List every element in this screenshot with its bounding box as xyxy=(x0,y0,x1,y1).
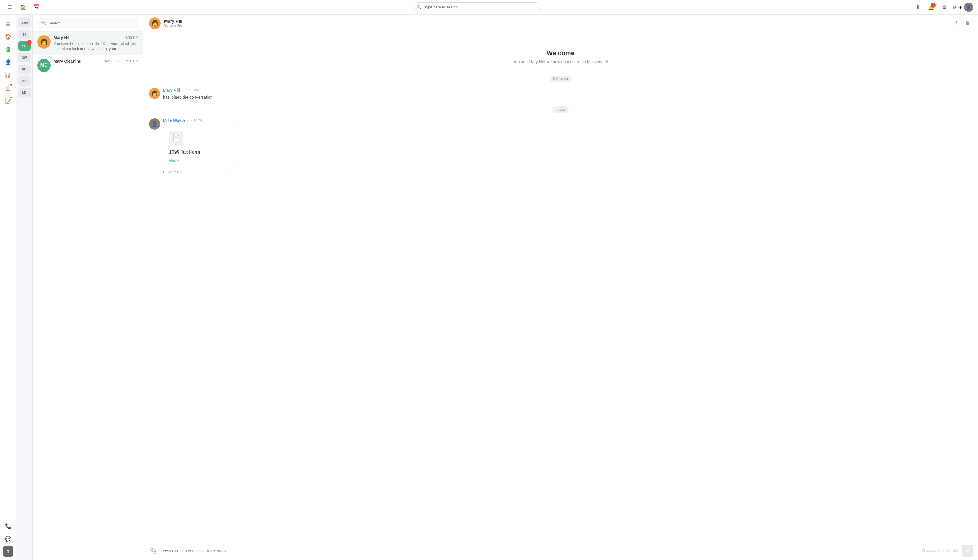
form-card: 📄 1099 Tax Form view › xyxy=(163,125,233,169)
channel-tab-ow[interactable]: OW xyxy=(18,53,30,62)
upload-button[interactable]: ⬆ xyxy=(3,546,13,557)
sidebar-bottom: 📞 💬 ⬆ xyxy=(2,520,14,557)
char-limit: Character limit: 0 / 1000 xyxy=(922,548,959,553)
settings-icon: ⚙ xyxy=(942,4,947,10)
date-badge-october: 5 October xyxy=(149,76,972,82)
tasks-badge xyxy=(10,83,13,86)
channel-tab-ld[interactable]: LD xyxy=(18,88,30,97)
chat-header-actions: 🖨 🗑 xyxy=(951,18,972,28)
nav-left: ☰ 🏠 📅 xyxy=(5,2,41,12)
print-button[interactable]: 🖨 xyxy=(951,18,961,28)
channel-tab-pb-label: PB xyxy=(22,68,27,71)
chat-contact-avatar: 👩 xyxy=(149,17,161,29)
msg-avatar-mike-walsh: 👤 xyxy=(149,118,160,130)
msg-header-mike-walsh: Mike Walsh • 4:32 PM xyxy=(163,118,972,123)
download-button[interactable]: ⬇ xyxy=(913,2,923,12)
home-nav-button[interactable]: 🏠 xyxy=(18,2,28,12)
msg-avatar-mary-hill: 👩 xyxy=(149,88,160,99)
welcome-subtitle: You and Mary Hill are now connected on M… xyxy=(155,59,966,64)
date-badge-october-label: 5 October xyxy=(550,76,572,82)
delete-button[interactable]: 🗑 xyxy=(963,18,972,28)
channel-tab-ow-label: OW xyxy=(22,56,27,59)
user-name: Mike xyxy=(953,5,962,10)
channel-tab-tt[interactable]: TT xyxy=(18,30,30,39)
conv-header-mary-hill: Mary Hill 4:32 PM xyxy=(53,35,138,40)
trash-icon: 🗑 xyxy=(965,20,970,26)
chat-header-name: Mary Hill xyxy=(164,18,948,23)
message-group-mike-walsh: 👤 Mike Walsh • 4:32 PM 📄 1099 Tax Form v… xyxy=(149,118,972,174)
channel-tab-sp-label: SP xyxy=(22,44,27,48)
channel-tab-mr-label: MR xyxy=(22,79,27,83)
form-card-view-button[interactable]: view › xyxy=(169,158,227,163)
hamburger-icon: ☰ xyxy=(7,4,12,10)
notifications-button[interactable]: 🔔 1 xyxy=(926,2,936,12)
chart-icon: 📊 xyxy=(5,72,12,78)
user-profile[interactable]: Mike 👤 xyxy=(953,3,973,12)
conv-time-mary-cleaning: Nov 21, 2023 1:10 PM xyxy=(103,59,138,63)
message-group-mary-hill: 👩 Mary Hill • 4:43 PM has joined the con… xyxy=(149,88,972,100)
sidebar-phone-button[interactable]: 📞 xyxy=(2,520,14,532)
channel-tab-sp[interactable]: SP 1 xyxy=(18,41,30,51)
send-button[interactable]: ➤ xyxy=(962,545,973,557)
chat-header: 👩 Mary Hill Service Pro 🖨 🗑 xyxy=(143,15,978,32)
channel-tab-pb[interactable]: PB xyxy=(18,65,30,74)
chat-header-sub: Service Pro xyxy=(164,23,948,28)
sidebar-grid-button[interactable]: ▦ xyxy=(2,18,14,30)
conv-search-input[interactable] xyxy=(48,21,135,25)
conv-avatar-mary-hill: 👩 xyxy=(37,35,51,48)
attach-button[interactable]: 📎 xyxy=(148,545,158,556)
document-icon: 📄 xyxy=(172,134,180,142)
conv-name-mary-hill: Mary Hill xyxy=(53,35,70,40)
chat-input[interactable] xyxy=(161,548,919,553)
chat-messages[interactable]: Welcome You and Mary Hill are now connec… xyxy=(143,32,978,541)
conv-info-mary-hill: Mary Hill 4:32 PM You have been just sen… xyxy=(53,35,138,52)
chat-header-info: Mary Hill Service Pro xyxy=(164,18,948,28)
conv-search-icon: 🔍 xyxy=(41,21,46,25)
nav-right: ⬇ 🔔 1 ⚙ Mike 👤 xyxy=(913,2,973,12)
msg-sender-mike-walsh: Mike Walsh xyxy=(163,118,185,123)
dollar-icon: 💲 xyxy=(5,46,12,53)
date-badge-today: Today xyxy=(149,106,972,113)
msg-status: Delivered xyxy=(163,170,972,174)
download-icon: ⬇ xyxy=(916,4,920,10)
print-icon: 🖨 xyxy=(953,20,958,26)
channel-tabs: TEAM TT SP 1 OW PB MR LD xyxy=(16,15,33,560)
paperclip-icon: 📎 xyxy=(150,547,157,554)
calendar-nav-button[interactable]: 📅 xyxy=(32,2,41,12)
sidebar-forms-button[interactable]: 📝 xyxy=(2,95,14,107)
forms-badge xyxy=(10,96,13,99)
channel-tab-mr[interactable]: MR xyxy=(18,76,30,85)
welcome-section: Welcome You and Mary Hill are now connec… xyxy=(149,38,972,70)
top-navbar: ☰ 🏠 📅 🔍 ⬇ 🔔 1 ⚙ Mike 👤 xyxy=(0,0,978,15)
sidebar-tasks-button[interactable]: 📋 xyxy=(2,82,14,94)
channel-tab-sp-badge: 1 xyxy=(27,40,32,45)
home-nav-icon: 🏠 xyxy=(20,4,26,10)
chat-area: 👩 Mary Hill Service Pro 🖨 🗑 Welcome You … xyxy=(143,15,978,560)
sidebar-users-button[interactable]: 👤 xyxy=(2,57,14,68)
msg-content-mike-walsh: Mike Walsh • 4:32 PM 📄 1099 Tax Form vie… xyxy=(163,118,972,174)
sidebar-reports-button[interactable]: 📊 xyxy=(2,69,14,81)
msg-content-mary-hill: Mary Hill • 4:43 PM has joined the conve… xyxy=(163,88,972,100)
msg-time-mary-hill: 4:43 PM xyxy=(186,88,199,92)
sidebar-payments-button[interactable]: 💲 xyxy=(2,44,14,55)
users-icon: 👤 xyxy=(5,59,12,65)
msg-text-mary-hill: has joined the conversation xyxy=(163,94,972,100)
sidebar-chat-button[interactable]: 💬 xyxy=(2,533,14,545)
conv-time-mary-hill: 4:32 PM xyxy=(125,35,138,40)
channel-tab-tt-label: TT xyxy=(22,33,26,36)
conv-item-mary-cleaning[interactable]: MC Mary Cleaning Nov 21, 2023 1:10 PM xyxy=(33,55,143,76)
date-badge-today-label: Today xyxy=(552,106,569,113)
menu-button[interactable]: ☰ xyxy=(5,2,15,12)
global-search-input[interactable] xyxy=(424,5,537,9)
conv-item-mary-hill[interactable]: 👩 Mary Hill 4:32 PM You have been just s… xyxy=(33,32,143,55)
chat-input-area: 📎 Character limit: 0 / 1000 ➤ xyxy=(143,541,978,560)
calendar-nav-icon: 📅 xyxy=(33,4,40,10)
msg-time-mike-walsh: 4:32 PM xyxy=(191,119,204,123)
conv-info-mary-cleaning: Mary Cleaning Nov 21, 2023 1:10 PM xyxy=(53,59,138,65)
channel-tab-team[interactable]: TEAM xyxy=(18,18,30,27)
msg-sender-mary-hill: Mary Hill xyxy=(163,88,180,93)
form-card-icon: 📄 xyxy=(169,131,183,145)
user-avatar: 👤 xyxy=(964,3,973,12)
settings-button[interactable]: ⚙ xyxy=(940,2,950,12)
sidebar-home-button[interactable]: 🏠 xyxy=(2,31,14,42)
